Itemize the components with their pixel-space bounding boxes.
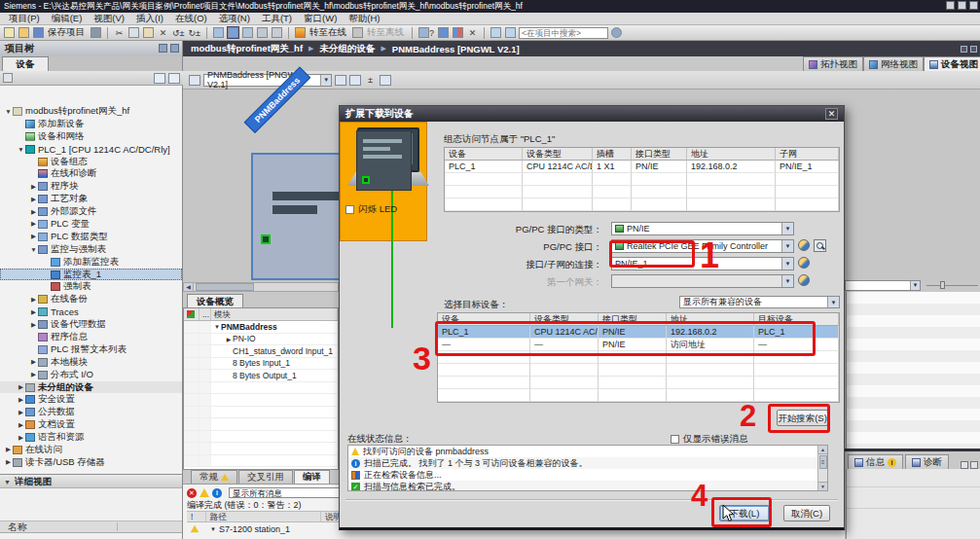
interface-properties-icon[interactable]: [798, 239, 810, 251]
device-selector[interactable]: PNMBaddress [PNGWL V2.1]▼: [203, 74, 332, 87]
subnet-properties-icon[interactable]: [798, 257, 810, 269]
redo-icon[interactable]: ↻±: [187, 26, 200, 39]
editor-window-controls[interactable]: [958, 41, 980, 56]
ethernet-port-icon[interactable]: [261, 234, 271, 244]
expanded-arrow-icon[interactable]: ▼: [210, 526, 216, 532]
menu-item[interactable]: 插入(I): [130, 13, 169, 24]
zoom-area-icon[interactable]: [380, 75, 391, 86]
split-horizontal-icon[interactable]: [490, 26, 502, 39]
scrollbar-thumb[interactable]: [196, 283, 254, 291]
collapsed-arrow-icon[interactable]: ▶: [29, 183, 38, 191]
menu-item[interactable]: 编辑(E): [46, 13, 89, 24]
collapsed-arrow-icon[interactable]: ▶: [29, 233, 38, 240]
tree-item[interactable]: ▶本地模块: [0, 356, 182, 369]
collapsed-arrow-icon[interactable]: ▶: [17, 383, 25, 391]
collapse-panel-icon[interactable]: [970, 461, 978, 469]
float-panel-icon[interactable]: [961, 461, 968, 469]
collapsed-arrow-icon[interactable]: ▶: [29, 208, 38, 216]
tab-device-view[interactable]: 设备视图: [924, 56, 980, 71]
tree-item[interactable]: ▶PLC 变量: [0, 218, 182, 231]
tab-network-view[interactable]: 网络视图: [863, 56, 924, 71]
grid-view-icon[interactable]: [335, 75, 346, 86]
split-vertical-icon[interactable]: [504, 26, 517, 39]
network-small-icon[interactable]: [189, 75, 200, 86]
collapsed-arrow-icon[interactable]: ▶: [17, 421, 25, 429]
collapsed-arrow-icon[interactable]: ▶: [17, 396, 25, 404]
tree-item[interactable]: ▼modbus转profinet网关_hf: [0, 105, 182, 118]
save-project-icon[interactable]: [32, 26, 45, 39]
stop-cpu-icon[interactable]: [271, 26, 283, 39]
tree-item[interactable]: ▶公共数据: [0, 406, 182, 418]
menu-item[interactable]: 帮助(H): [343, 13, 385, 24]
cancel-button[interactable]: 取消(C): [783, 505, 830, 521]
scrollbar-thumb[interactable]: ≡: [819, 455, 827, 469]
collapse-panel-icon[interactable]: [170, 44, 179, 53]
tree-item[interactable]: ▶在线访问: [0, 444, 182, 456]
tree-item[interactable]: 强制表: [0, 280, 182, 293]
download-to-device-icon[interactable]: [227, 26, 239, 39]
tab-general[interactable]: 常规: [191, 470, 237, 484]
collapsed-arrow-icon[interactable]: ▶: [29, 358, 38, 366]
tree-item[interactable]: ▼PLC_1 [CPU 1214C AC/DC/Rly]: [0, 143, 182, 156]
overview-row[interactable]: ▼PNMBaddress: [184, 321, 338, 334]
collapsed-arrow-icon[interactable]: ▶: [4, 458, 13, 466]
search-input[interactable]: [519, 27, 608, 39]
open-project-icon[interactable]: [18, 26, 30, 39]
project-compare-icon[interactable]: [452, 26, 464, 39]
scroll-down-icon[interactable]: ▼: [818, 482, 828, 490]
menu-item[interactable]: 工具(T): [256, 13, 298, 24]
tree-item[interactable]: ▶分布式 I/O: [0, 369, 182, 381]
tree-item[interactable]: ▶外部源文件: [0, 205, 182, 218]
menu-item[interactable]: 窗口(W): [298, 13, 343, 24]
errors-filter-icon[interactable]: ✕: [187, 488, 197, 498]
gateway-properties-icon[interactable]: [798, 274, 810, 286]
horizontal-scrollbar[interactable]: ◀: [183, 282, 339, 292]
collapsed-arrow-icon[interactable]: ▶: [29, 321, 38, 329]
info-filter-icon[interactable]: i: [212, 488, 222, 498]
expanded-arrow-icon[interactable]: ▼: [4, 108, 13, 115]
fit-view-icon[interactable]: [349, 75, 361, 86]
show-accessible-devices-icon[interactable]: [814, 239, 826, 252]
slider-knob[interactable]: [940, 281, 945, 289]
overview-row[interactable]: ▶PN-IO: [184, 334, 338, 346]
tree-item[interactable]: ▶语言和资源: [0, 431, 182, 444]
menu-item[interactable]: 视图(V): [88, 13, 130, 24]
address-filter-icon[interactable]: [187, 310, 195, 318]
tree-item[interactable]: 设备组态: [0, 156, 182, 168]
tree-item[interactable]: 添加新设备: [0, 118, 182, 130]
tree-item[interactable]: ▶安全设置: [0, 393, 182, 406]
collapsed-arrow-icon[interactable]: ▶: [29, 296, 38, 304]
upload-from-device-icon[interactable]: [241, 26, 254, 39]
tree-item[interactable]: 添加新监控表: [0, 256, 182, 269]
breadcrumb-item[interactable]: PNMBaddress [PNGWL V2.1]: [392, 44, 520, 54]
tree-expand-icon[interactable]: [168, 73, 180, 84]
tree-item[interactable]: 程序信息: [0, 331, 182, 343]
collapsed-arrow-icon[interactable]: ▶: [4, 446, 13, 453]
compile-icon[interactable]: [212, 26, 225, 39]
go-offline-button[interactable]: 转至离线: [367, 26, 404, 39]
flash-led-checkbox[interactable]: [345, 205, 354, 214]
tree-filter-icon[interactable]: [3, 73, 13, 83]
table-row[interactable]: PLC_1CPU 1214C AC/D...1 X1PN/IE192.168.0…: [445, 161, 839, 173]
tree-item[interactable]: PLC 报警文本列表: [0, 343, 182, 356]
pgpc-type-select[interactable]: PN/IE▼: [611, 222, 794, 235]
window-controls[interactable]: [946, 1, 978, 10]
tab-cross-references[interactable]: 交叉引用: [238, 470, 293, 484]
warnings-filter-icon[interactable]: [200, 488, 209, 497]
paste-icon[interactable]: [142, 26, 155, 39]
close-icon[interactable]: ✕: [825, 108, 838, 120]
messages-scrollbar[interactable]: ▲ ≡ ▼: [817, 446, 827, 490]
zoom-level-select[interactable]: ▼: [845, 280, 921, 291]
tree-item[interactable]: ▶设备代理数据: [0, 318, 182, 331]
delete-icon[interactable]: ✕: [157, 26, 169, 39]
cross-references-icon[interactable]: ✕: [466, 26, 479, 39]
tree-item[interactable]: ▶文档设置: [0, 418, 182, 431]
scroll-left-icon[interactable]: ◀: [184, 283, 194, 291]
go-online-button[interactable]: 转至在线: [309, 26, 346, 39]
tab-diagnostics[interactable]: 诊断: [905, 454, 949, 469]
go-offline-icon[interactable]: [351, 26, 364, 39]
breadcrumb-item[interactable]: 未分组的设备: [319, 43, 375, 55]
accessible-devices-icon[interactable]: ?: [417, 26, 435, 39]
tree-item[interactable]: ▶未分组的设备: [0, 381, 182, 394]
expanded-arrow-icon[interactable]: ▼: [29, 246, 38, 253]
